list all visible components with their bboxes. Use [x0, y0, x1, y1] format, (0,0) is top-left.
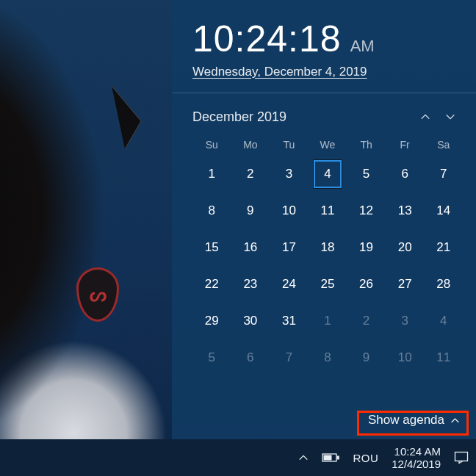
calendar-day[interactable]: 16	[231, 230, 270, 265]
calendar-day[interactable]: 24	[270, 267, 309, 302]
calendar-day[interactable]: 1	[192, 156, 231, 192]
datetime-flyout: 10:24:18 AM Wednesday, December 4, 2019 …	[172, 0, 476, 439]
calendar-day[interactable]: 17	[270, 230, 309, 265]
chevron-up-icon	[420, 112, 430, 122]
calendar-grid: 1234567891011121314151617181920212223242…	[192, 156, 463, 375]
calendar-week-row: 15161718192021	[192, 230, 463, 265]
dow-cell: Tu	[270, 139, 309, 156]
dow-cell: Th	[347, 139, 386, 156]
tray-overflow-button[interactable]	[298, 452, 309, 463]
calendar-day[interactable]: 15	[192, 230, 231, 265]
calendar-day[interactable]: 31	[270, 303, 309, 339]
calendar-day[interactable]: 9	[231, 193, 270, 228]
chevron-down-icon	[445, 112, 455, 122]
calendar-day[interactable]: 10	[386, 340, 425, 375]
calendar-day[interactable]: 2	[231, 156, 270, 192]
dow-cell: Fr	[386, 139, 425, 156]
calendar-week-row: 1234567	[192, 156, 463, 192]
system-tray: ROU 10:24 AM 12/4/2019	[298, 445, 469, 471]
calendar-day[interactable]: 7	[424, 156, 463, 192]
clock-section: 10:24:18 AM Wednesday, December 4, 2019	[172, 0, 476, 93]
calendar-day[interactable]: 3	[270, 156, 309, 192]
calendar-title[interactable]: December 2019	[192, 109, 413, 125]
calendar-day[interactable]: 21	[424, 230, 463, 265]
action-center-button[interactable]	[454, 451, 469, 464]
calendar-day[interactable]: 5	[192, 340, 231, 375]
chevron-up-icon	[450, 416, 460, 425]
calendar-day[interactable]: 27	[386, 267, 425, 302]
calendar-prev-button[interactable]	[413, 107, 438, 127]
clock-date-link[interactable]: Wednesday, December 4, 2019	[192, 65, 367, 79]
battery-icon-svg	[322, 452, 339, 463]
calendar-dow-row: Su Mo Tu We Th Fr Sa	[192, 139, 463, 156]
calendar-day[interactable]: 9	[347, 340, 386, 375]
calendar-day[interactable]: 20	[386, 230, 425, 265]
show-agenda-button[interactable]: Show agenda	[364, 410, 464, 430]
calendar-day[interactable]: 1	[309, 303, 347, 339]
dow-cell: We	[309, 139, 347, 156]
calendar-day[interactable]: 11	[309, 193, 347, 228]
calendar-day[interactable]: 29	[192, 303, 231, 339]
dow-cell: Su	[192, 139, 231, 156]
calendar-week-row: 2930311234	[192, 303, 463, 339]
svg-rect-3	[455, 452, 468, 461]
calendar-day[interactable]: 28	[424, 267, 463, 302]
calendar-next-button[interactable]	[438, 107, 463, 127]
calendar-day[interactable]: 8	[192, 193, 231, 228]
taskbar: ROU 10:24 AM 12/4/2019	[0, 439, 476, 476]
calendar-day[interactable]: 30	[231, 303, 270, 339]
svg-rect-1	[337, 456, 339, 459]
calendar-day[interactable]: 7	[270, 340, 309, 375]
calendar-day[interactable]: 8	[309, 340, 347, 375]
calendar-day[interactable]: 3	[386, 303, 425, 339]
taskbar-time: 10:24 AM	[394, 445, 441, 458]
calendar-day[interactable]: 22	[192, 267, 231, 302]
calendar-week-row: 567891011	[192, 340, 463, 375]
taskbar-clock[interactable]: 10:24 AM 12/4/2019	[392, 445, 441, 471]
chevron-up-icon	[298, 452, 309, 463]
calendar-day[interactable]: 5	[347, 156, 386, 192]
taskbar-date: 12/4/2019	[392, 458, 441, 470]
calendar-day[interactable]: 10	[270, 193, 309, 228]
calendar-day[interactable]: 26	[347, 267, 386, 302]
calendar-day[interactable]: 6	[231, 340, 270, 375]
calendar-day[interactable]: 11	[424, 340, 463, 375]
calendar-day[interactable]: 6	[386, 156, 425, 192]
calendar-day[interactable]: 2	[347, 303, 386, 339]
calendar-section: December 2019 Su Mo Tu We Th Fr Sa 12345…	[172, 93, 476, 383]
notification-icon	[454, 451, 469, 464]
clock-ampm: AM	[350, 37, 375, 56]
calendar-day[interactable]: 19	[347, 230, 386, 265]
calendar-day[interactable]: 12	[347, 193, 386, 228]
calendar-day[interactable]: 25	[309, 267, 347, 302]
show-agenda-label: Show agenda	[368, 413, 444, 428]
calendar-day[interactable]: 18	[309, 230, 347, 265]
calendar-day[interactable]: 14	[424, 193, 463, 228]
ime-indicator[interactable]: ROU	[353, 452, 378, 464]
clock-time: 10:24:18	[192, 18, 342, 60]
battery-icon[interactable]	[322, 452, 339, 463]
dow-cell: Mo	[231, 139, 270, 156]
calendar-day[interactable]: 23	[231, 267, 270, 302]
dow-cell: Sa	[424, 139, 463, 156]
calendar-day[interactable]: 4	[424, 303, 463, 339]
calendar-day[interactable]: 13	[386, 193, 425, 228]
svg-rect-2	[324, 455, 331, 460]
calendar-week-row: 22232425262728	[192, 267, 463, 302]
calendar-day-today[interactable]: 4	[309, 156, 347, 192]
calendar-week-row: 891011121314	[192, 193, 463, 228]
